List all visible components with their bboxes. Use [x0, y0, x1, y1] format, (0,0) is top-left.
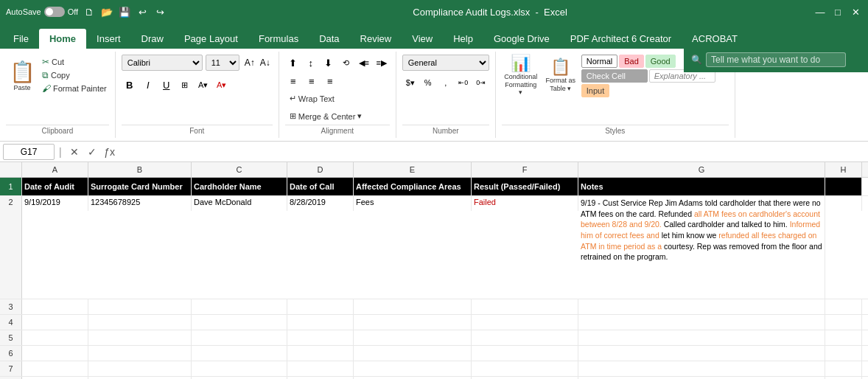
insert-function-icon[interactable]: ƒx — [102, 144, 118, 160]
cell-d5[interactable] — [287, 330, 354, 345]
copy-button[interactable]: ⧉ Copy — [40, 69, 109, 81]
style-good-button[interactable]: Good — [645, 55, 676, 68]
indent-increase-button[interactable]: ≡▶ — [374, 55, 390, 71]
undo-icon[interactable]: ↩ — [136, 5, 149, 18]
header-cell-g1[interactable]: Notes — [578, 178, 825, 195]
cell-d4[interactable] — [287, 315, 354, 330]
cut-button[interactable]: ✂ Cut — [40, 56, 109, 68]
cell-f6[interactable] — [472, 346, 578, 361]
col-header-d[interactable]: D — [287, 162, 354, 177]
cell-a6[interactable] — [22, 346, 88, 361]
tab-acrobat[interactable]: ACROBAT — [682, 29, 748, 49]
align-bottom-button[interactable]: ⬇ — [321, 55, 337, 71]
paste-button[interactable]: 📋 Paste — [6, 55, 38, 96]
cell-b3[interactable] — [88, 299, 192, 314]
cell-e2[interactable]: Fees — [354, 196, 472, 211]
cell-a5[interactable] — [22, 330, 88, 345]
col-header-e[interactable]: E — [354, 162, 472, 177]
tell-me-input[interactable] — [706, 52, 846, 67]
header-cell-c1[interactable]: Cardholder Name — [192, 178, 287, 195]
cell-f7[interactable] — [472, 361, 578, 376]
col-header-h[interactable]: H — [825, 162, 862, 177]
align-right-button[interactable]: ≡ — [322, 73, 338, 89]
cell-e7[interactable] — [354, 361, 472, 376]
cell-d2[interactable]: 8/28/2019 — [287, 196, 354, 211]
bold-button[interactable]: B — [122, 77, 138, 93]
cell-b2[interactable]: 12345678925 — [88, 196, 192, 211]
cell-b7[interactable] — [88, 361, 192, 376]
new-icon[interactable]: 🗋 — [83, 5, 96, 18]
cancel-formula-icon[interactable]: ✕ — [66, 144, 83, 160]
cell-f2[interactable]: Failed — [472, 196, 578, 211]
col-header-g[interactable]: G — [578, 162, 825, 177]
formula-input[interactable] — [121, 147, 865, 157]
underline-button[interactable]: U — [158, 77, 175, 93]
cell-e4[interactable] — [354, 315, 472, 330]
tab-view[interactable]: View — [402, 29, 443, 49]
cell-h6[interactable] — [825, 346, 862, 361]
cell-h2[interactable] — [825, 196, 862, 211]
font-name-select[interactable]: Calibri — [122, 55, 203, 71]
font-grow-button[interactable]: A↑ — [242, 55, 257, 70]
conditional-formatting-button[interactable]: 📊 ConditionalFormatting ▾ — [502, 55, 540, 96]
confirm-formula-icon[interactable]: ✓ — [84, 144, 100, 160]
cell-a7[interactable] — [22, 361, 88, 376]
cell-d7[interactable] — [287, 361, 354, 376]
align-left-button[interactable]: ≡ — [285, 73, 301, 89]
font-shrink-button[interactable]: A↓ — [258, 55, 273, 70]
header-cell-f1[interactable]: Result (Passed/Failed) — [472, 178, 578, 195]
cell-a3[interactable] — [22, 299, 88, 314]
col-header-b[interactable]: B — [88, 162, 192, 177]
tab-home[interactable]: Home — [39, 29, 86, 49]
comma-button[interactable]: , — [438, 74, 454, 91]
cell-b4[interactable] — [88, 315, 192, 330]
currency-button[interactable]: $▾ — [402, 74, 419, 91]
italic-button[interactable]: I — [140, 77, 156, 93]
open-icon[interactable]: 📂 — [100, 5, 113, 18]
cell-d3[interactable] — [287, 299, 354, 314]
tab-data[interactable]: Data — [309, 29, 349, 49]
redo-icon[interactable]: ↪ — [153, 5, 167, 18]
tab-page-layout[interactable]: Page Layout — [174, 29, 248, 49]
style-bad-button[interactable]: Bad — [619, 55, 644, 68]
wrap-text-button[interactable]: ↵ Wrap Text — [285, 91, 339, 105]
font-size-select[interactable]: 11 — [206, 55, 239, 71]
cell-d6[interactable] — [287, 346, 354, 361]
number-format-select[interactable]: General — [402, 55, 489, 71]
cell-e5[interactable] — [354, 330, 472, 345]
cell-f5[interactable] — [472, 330, 578, 345]
merge-center-button[interactable]: ⊞ Merge & Center ▾ — [285, 109, 367, 123]
decimal-decrease-button[interactable]: 0⇥ — [473, 74, 489, 91]
cell-f4[interactable] — [472, 315, 578, 330]
style-normal-button[interactable]: Normal — [581, 55, 617, 68]
col-header-f[interactable]: F — [472, 162, 578, 177]
cell-c3[interactable] — [192, 299, 287, 314]
cell-c4[interactable] — [192, 315, 287, 330]
cell-g4[interactable] — [578, 315, 825, 330]
col-header-a[interactable]: A — [22, 162, 88, 177]
cell-a2[interactable]: 9/19/2019 — [22, 196, 88, 211]
tab-formulas[interactable]: Formulas — [248, 29, 309, 49]
header-cell-d1[interactable]: Date of Call — [287, 178, 354, 195]
decimal-increase-button[interactable]: ⇤0 — [455, 74, 472, 91]
header-cell-a1[interactable]: Date of Audit — [22, 178, 88, 195]
cell-g3[interactable] — [578, 299, 825, 314]
close-icon[interactable]: ✕ — [849, 5, 862, 18]
cell-h7[interactable] — [825, 361, 862, 376]
style-input-button[interactable]: Input — [581, 84, 609, 97]
align-middle-button[interactable]: ↕ — [303, 55, 319, 71]
borders-button[interactable]: ⊞ — [177, 77, 193, 93]
tab-insert[interactable]: Insert — [86, 29, 131, 49]
percent-button[interactable]: % — [420, 74, 436, 91]
header-cell-e1[interactable]: Affected Compliance Areas — [354, 178, 472, 195]
maximize-icon[interactable]: □ — [831, 5, 844, 18]
text-direction-button[interactable]: ⟲ — [338, 55, 354, 71]
cell-h5[interactable] — [825, 330, 862, 345]
col-header-c[interactable]: C — [192, 162, 287, 177]
tab-review[interactable]: Review — [350, 29, 402, 49]
autosave-toggle[interactable] — [44, 7, 65, 17]
tab-pdf-architect[interactable]: PDF Architect 6 Creator — [560, 29, 682, 49]
cell-reference-input[interactable] — [3, 144, 55, 160]
font-color-button[interactable]: A▾ — [214, 77, 230, 93]
cell-h3[interactable] — [825, 299, 862, 314]
